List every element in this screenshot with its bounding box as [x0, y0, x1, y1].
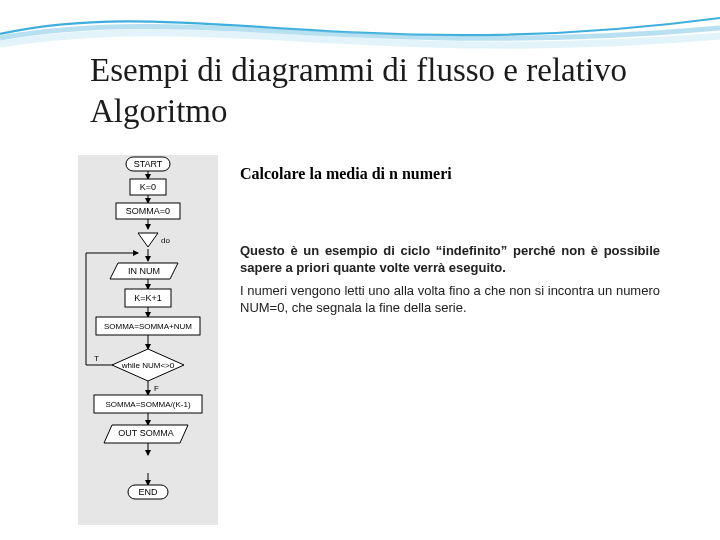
slide-title: Esempi di diagrammi di flusso e relativo… — [90, 50, 650, 133]
flowchart: START K=0 SOMMA=0 do IN NUM K=K+1 SOMMA=… — [78, 155, 218, 525]
flow-cond: while NUM<>0 — [121, 361, 175, 370]
flow-out: OUT SOMMA — [118, 428, 173, 438]
svg-marker-14 — [138, 233, 158, 247]
slide-subtitle: Calcolare la media di n numeri — [240, 165, 660, 183]
flow-accum: SOMMA=SOMMA+NUM — [104, 322, 192, 331]
slide-paragraph-2: I numeri vengono letti uno alla volta fi… — [240, 283, 660, 317]
flow-inc-k: K=K+1 — [134, 293, 162, 303]
flow-avg: SOMMA=SOMMA/(K-1) — [105, 400, 190, 409]
slide-paragraph-1: Questo è un esempio di ciclo “indefinito… — [240, 243, 660, 277]
flow-branch-f: F — [154, 384, 159, 393]
flow-do: do — [161, 236, 170, 245]
flow-branch-t: T — [94, 354, 99, 363]
flow-end: END — [138, 487, 158, 497]
flow-read: IN NUM — [128, 266, 160, 276]
flow-start: START — [134, 159, 163, 169]
flow-init-sum: SOMMA=0 — [126, 206, 170, 216]
flow-init-k: K=0 — [140, 182, 156, 192]
